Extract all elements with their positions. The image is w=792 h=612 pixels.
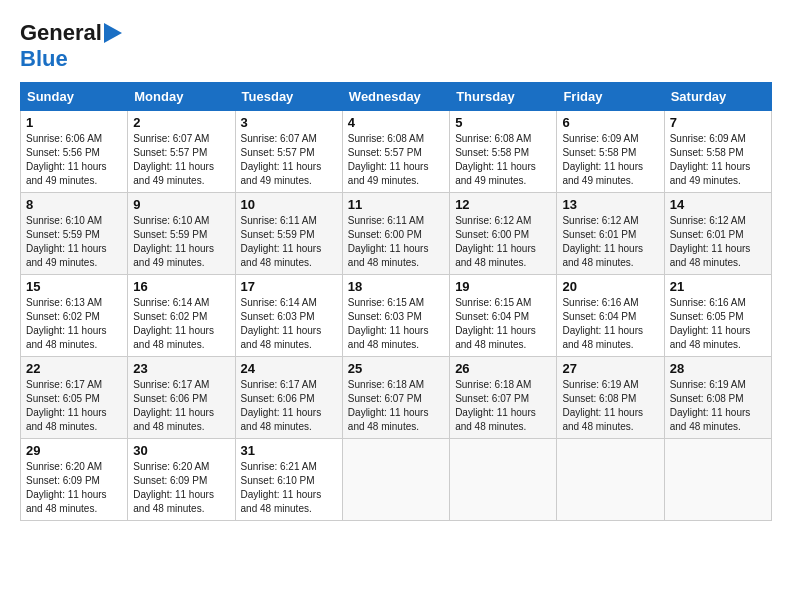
day-number: 26	[455, 361, 551, 376]
calendar-cell: 7 Sunrise: 6:09 AM Sunset: 5:58 PM Dayli…	[664, 111, 771, 193]
calendar-cell: 6 Sunrise: 6:09 AM Sunset: 5:58 PM Dayli…	[557, 111, 664, 193]
calendar-cell	[664, 439, 771, 521]
day-number: 7	[670, 115, 766, 130]
calendar-cell: 24 Sunrise: 6:17 AM Sunset: 6:06 PM Dayl…	[235, 357, 342, 439]
day-info: Sunrise: 6:17 AM Sunset: 6:05 PM Dayligh…	[26, 378, 122, 434]
calendar-cell: 26 Sunrise: 6:18 AM Sunset: 6:07 PM Dayl…	[450, 357, 557, 439]
day-info: Sunrise: 6:12 AM Sunset: 6:01 PM Dayligh…	[562, 214, 658, 270]
day-number: 3	[241, 115, 337, 130]
day-info: Sunrise: 6:20 AM Sunset: 6:09 PM Dayligh…	[133, 460, 229, 516]
day-header-monday: Monday	[128, 83, 235, 111]
day-number: 17	[241, 279, 337, 294]
day-number: 1	[26, 115, 122, 130]
calendar-cell: 2 Sunrise: 6:07 AM Sunset: 5:57 PM Dayli…	[128, 111, 235, 193]
day-number: 24	[241, 361, 337, 376]
day-info: Sunrise: 6:15 AM Sunset: 6:03 PM Dayligh…	[348, 296, 444, 352]
calendar-cell: 25 Sunrise: 6:18 AM Sunset: 6:07 PM Dayl…	[342, 357, 449, 439]
calendar-week-2: 8 Sunrise: 6:10 AM Sunset: 5:59 PM Dayli…	[21, 193, 772, 275]
day-header-friday: Friday	[557, 83, 664, 111]
day-number: 6	[562, 115, 658, 130]
page-header: General Blue	[20, 20, 772, 72]
calendar-header-row: SundayMondayTuesdayWednesdayThursdayFrid…	[21, 83, 772, 111]
day-info: Sunrise: 6:09 AM Sunset: 5:58 PM Dayligh…	[670, 132, 766, 188]
day-number: 14	[670, 197, 766, 212]
day-info: Sunrise: 6:14 AM Sunset: 6:02 PM Dayligh…	[133, 296, 229, 352]
day-number: 8	[26, 197, 122, 212]
calendar-week-1: 1 Sunrise: 6:06 AM Sunset: 5:56 PM Dayli…	[21, 111, 772, 193]
day-info: Sunrise: 6:11 AM Sunset: 5:59 PM Dayligh…	[241, 214, 337, 270]
day-info: Sunrise: 6:06 AM Sunset: 5:56 PM Dayligh…	[26, 132, 122, 188]
calendar-cell: 16 Sunrise: 6:14 AM Sunset: 6:02 PM Dayl…	[128, 275, 235, 357]
day-number: 27	[562, 361, 658, 376]
calendar-week-4: 22 Sunrise: 6:17 AM Sunset: 6:05 PM Dayl…	[21, 357, 772, 439]
day-info: Sunrise: 6:16 AM Sunset: 6:05 PM Dayligh…	[670, 296, 766, 352]
day-header-sunday: Sunday	[21, 83, 128, 111]
day-number: 29	[26, 443, 122, 458]
day-number: 28	[670, 361, 766, 376]
day-info: Sunrise: 6:10 AM Sunset: 5:59 PM Dayligh…	[133, 214, 229, 270]
calendar-week-5: 29 Sunrise: 6:20 AM Sunset: 6:09 PM Dayl…	[21, 439, 772, 521]
day-number: 12	[455, 197, 551, 212]
calendar-cell: 10 Sunrise: 6:11 AM Sunset: 5:59 PM Dayl…	[235, 193, 342, 275]
day-header-thursday: Thursday	[450, 83, 557, 111]
calendar-cell: 20 Sunrise: 6:16 AM Sunset: 6:04 PM Dayl…	[557, 275, 664, 357]
logo: General Blue	[20, 20, 122, 72]
day-info: Sunrise: 6:14 AM Sunset: 6:03 PM Dayligh…	[241, 296, 337, 352]
calendar-cell: 1 Sunrise: 6:06 AM Sunset: 5:56 PM Dayli…	[21, 111, 128, 193]
day-number: 20	[562, 279, 658, 294]
day-info: Sunrise: 6:19 AM Sunset: 6:08 PM Dayligh…	[670, 378, 766, 434]
day-info: Sunrise: 6:10 AM Sunset: 5:59 PM Dayligh…	[26, 214, 122, 270]
day-header-saturday: Saturday	[664, 83, 771, 111]
calendar-cell	[557, 439, 664, 521]
calendar-cell	[450, 439, 557, 521]
day-info: Sunrise: 6:17 AM Sunset: 6:06 PM Dayligh…	[133, 378, 229, 434]
calendar-cell: 21 Sunrise: 6:16 AM Sunset: 6:05 PM Dayl…	[664, 275, 771, 357]
logo-text-general: General	[20, 20, 102, 46]
day-number: 21	[670, 279, 766, 294]
day-info: Sunrise: 6:08 AM Sunset: 5:57 PM Dayligh…	[348, 132, 444, 188]
calendar-cell: 22 Sunrise: 6:17 AM Sunset: 6:05 PM Dayl…	[21, 357, 128, 439]
calendar-cell: 18 Sunrise: 6:15 AM Sunset: 6:03 PM Dayl…	[342, 275, 449, 357]
day-header-tuesday: Tuesday	[235, 83, 342, 111]
calendar-cell: 29 Sunrise: 6:20 AM Sunset: 6:09 PM Dayl…	[21, 439, 128, 521]
day-info: Sunrise: 6:18 AM Sunset: 6:07 PM Dayligh…	[348, 378, 444, 434]
calendar-cell: 8 Sunrise: 6:10 AM Sunset: 5:59 PM Dayli…	[21, 193, 128, 275]
calendar-cell: 17 Sunrise: 6:14 AM Sunset: 6:03 PM Dayl…	[235, 275, 342, 357]
day-number: 25	[348, 361, 444, 376]
day-number: 10	[241, 197, 337, 212]
day-number: 19	[455, 279, 551, 294]
calendar-table: SundayMondayTuesdayWednesdayThursdayFrid…	[20, 82, 772, 521]
day-info: Sunrise: 6:17 AM Sunset: 6:06 PM Dayligh…	[241, 378, 337, 434]
calendar-cell: 27 Sunrise: 6:19 AM Sunset: 6:08 PM Dayl…	[557, 357, 664, 439]
day-info: Sunrise: 6:12 AM Sunset: 6:01 PM Dayligh…	[670, 214, 766, 270]
calendar-week-3: 15 Sunrise: 6:13 AM Sunset: 6:02 PM Dayl…	[21, 275, 772, 357]
calendar-cell: 23 Sunrise: 6:17 AM Sunset: 6:06 PM Dayl…	[128, 357, 235, 439]
day-info: Sunrise: 6:15 AM Sunset: 6:04 PM Dayligh…	[455, 296, 551, 352]
logo-arrow-icon	[104, 23, 122, 43]
calendar-cell: 4 Sunrise: 6:08 AM Sunset: 5:57 PM Dayli…	[342, 111, 449, 193]
calendar-cell	[342, 439, 449, 521]
day-info: Sunrise: 6:21 AM Sunset: 6:10 PM Dayligh…	[241, 460, 337, 516]
day-number: 30	[133, 443, 229, 458]
calendar-cell: 28 Sunrise: 6:19 AM Sunset: 6:08 PM Dayl…	[664, 357, 771, 439]
day-info: Sunrise: 6:12 AM Sunset: 6:00 PM Dayligh…	[455, 214, 551, 270]
calendar-cell: 12 Sunrise: 6:12 AM Sunset: 6:00 PM Dayl…	[450, 193, 557, 275]
day-number: 13	[562, 197, 658, 212]
day-info: Sunrise: 6:13 AM Sunset: 6:02 PM Dayligh…	[26, 296, 122, 352]
day-number: 23	[133, 361, 229, 376]
day-number: 22	[26, 361, 122, 376]
calendar-cell: 14 Sunrise: 6:12 AM Sunset: 6:01 PM Dayl…	[664, 193, 771, 275]
day-info: Sunrise: 6:11 AM Sunset: 6:00 PM Dayligh…	[348, 214, 444, 270]
calendar-cell: 11 Sunrise: 6:11 AM Sunset: 6:00 PM Dayl…	[342, 193, 449, 275]
day-number: 15	[26, 279, 122, 294]
day-info: Sunrise: 6:16 AM Sunset: 6:04 PM Dayligh…	[562, 296, 658, 352]
calendar-cell: 9 Sunrise: 6:10 AM Sunset: 5:59 PM Dayli…	[128, 193, 235, 275]
day-number: 9	[133, 197, 229, 212]
day-info: Sunrise: 6:18 AM Sunset: 6:07 PM Dayligh…	[455, 378, 551, 434]
calendar-cell: 30 Sunrise: 6:20 AM Sunset: 6:09 PM Dayl…	[128, 439, 235, 521]
day-number: 4	[348, 115, 444, 130]
day-number: 18	[348, 279, 444, 294]
day-info: Sunrise: 6:08 AM Sunset: 5:58 PM Dayligh…	[455, 132, 551, 188]
calendar-cell: 13 Sunrise: 6:12 AM Sunset: 6:01 PM Dayl…	[557, 193, 664, 275]
day-info: Sunrise: 6:07 AM Sunset: 5:57 PM Dayligh…	[133, 132, 229, 188]
